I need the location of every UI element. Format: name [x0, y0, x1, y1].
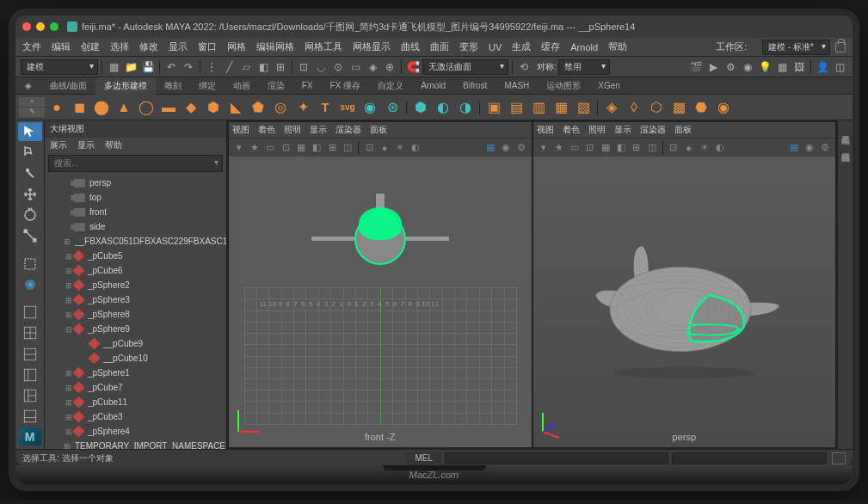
- vp2-image-plane-icon[interactable]: ▭: [568, 141, 582, 155]
- tree-item[interactable]: ⊞_pCube3: [45, 409, 226, 424]
- sculpt-icon[interactable]: ⬣: [691, 97, 711, 118]
- vp2-resolution-gate-icon[interactable]: ▦: [599, 141, 613, 155]
- mel-label[interactable]: MEL: [406, 452, 441, 464]
- shelf-tab-mash[interactable]: MASH: [496, 78, 538, 93]
- select-object-icon[interactable]: ◧: [255, 59, 271, 75]
- new-scene-icon[interactable]: ▦: [106, 59, 121, 75]
- vp1-wireframe-icon[interactable]: ⊡: [362, 141, 376, 155]
- vp2-lights-icon[interactable]: ☀: [698, 141, 711, 155]
- shelf-tab-sculpt[interactable]: 雕刻: [156, 77, 190, 95]
- vp2-xray-icon[interactable]: ▦: [787, 141, 801, 155]
- vp1-field-chart-icon[interactable]: ⊞: [325, 141, 339, 155]
- menu-edit[interactable]: 编辑: [52, 40, 71, 53]
- vp1-shadows-icon[interactable]: ◐: [409, 141, 422, 155]
- vp1-lights-icon[interactable]: ☀: [393, 141, 407, 155]
- render-setup-icon[interactable]: ▦: [774, 59, 790, 75]
- save-scene-icon[interactable]: 💾: [140, 59, 156, 75]
- workspace-dropdown[interactable]: 建模 - 标准*: [762, 40, 830, 55]
- last-tool[interactable]: [18, 254, 42, 273]
- poly-pipe-icon[interactable]: ◎: [270, 97, 291, 118]
- hypershade-layout-icon[interactable]: [18, 407, 42, 426]
- shelf-tab-xgen[interactable]: XGen: [589, 78, 629, 93]
- menu-mesh[interactable]: 网格: [227, 40, 246, 53]
- snap-live-icon[interactable]: ◈: [365, 59, 380, 75]
- poly-pyramid-icon[interactable]: ◣: [225, 97, 246, 118]
- vp2-canvas[interactable]: persp: [533, 157, 836, 447]
- poly-helix-icon[interactable]: ✦: [292, 97, 313, 118]
- retopo-icon[interactable]: ⬡: [646, 97, 667, 118]
- shelf-tab-poly[interactable]: 多边形建模: [95, 77, 156, 95]
- sweep-mesh-icon[interactable]: ◉: [360, 97, 380, 118]
- vp2-field-chart-icon[interactable]: ⊞: [630, 141, 643, 155]
- bevel-icon[interactable]: ▥: [528, 97, 549, 118]
- undo-icon[interactable]: ↶: [163, 59, 179, 75]
- poly-prism-icon[interactable]: ⬟: [248, 97, 268, 118]
- light-editor-icon[interactable]: 💡: [757, 59, 773, 75]
- menu-select[interactable]: 选择: [110, 40, 129, 53]
- tree-item[interactable]: ⊞_pSphere4: [45, 424, 226, 439]
- menu-deform[interactable]: 变形: [459, 40, 478, 53]
- outliner-layout-icon[interactable]: [18, 366, 42, 384]
- outliner-menu-help[interactable]: 帮助: [105, 139, 122, 151]
- shelf-add-icon[interactable]: +: [19, 97, 45, 107]
- menu-file[interactable]: 文件: [22, 40, 41, 53]
- shelf-tab-bifrost[interactable]: Bifrost: [454, 78, 496, 93]
- tree-item[interactable]: __pCube9: [45, 336, 226, 351]
- poly-type-icon[interactable]: T: [315, 97, 336, 118]
- paint-select-tool[interactable]: [18, 163, 42, 182]
- mirror-icon[interactable]: ◊: [624, 97, 644, 118]
- vp1-menu-panels[interactable]: 面板: [370, 124, 387, 136]
- select-vertex-icon[interactable]: ⋮: [204, 59, 219, 75]
- tree-item[interactable]: persp: [45, 175, 226, 190]
- snap-plane-icon[interactable]: ▭: [348, 59, 363, 75]
- select-tool[interactable]: [18, 122, 42, 141]
- outliner-search-input[interactable]: 搜索...: [48, 155, 223, 172]
- target-weld-icon[interactable]: ▧: [573, 97, 594, 118]
- vp2-bookmark-icon[interactable]: ★: [552, 141, 566, 155]
- menu-create[interactable]: 创建: [81, 40, 100, 53]
- vp1-xray-icon[interactable]: ▦: [483, 141, 497, 155]
- script-editor-icon[interactable]: [832, 452, 846, 464]
- vp1-gate-mask-icon[interactable]: ◧: [310, 141, 323, 155]
- vp1-safe-action-icon[interactable]: ◫: [341, 141, 354, 155]
- shelf-tab-animation[interactable]: 动画: [225, 77, 259, 95]
- menu-help[interactable]: 帮助: [608, 40, 627, 53]
- tree-item[interactable]: side: [45, 219, 226, 234]
- vp2-menu-view[interactable]: 视图: [537, 124, 554, 136]
- menu-generate[interactable]: 生成: [512, 40, 531, 53]
- vp1-smooth-shade-icon[interactable]: ●: [378, 141, 391, 155]
- tree-item[interactable]: ⊞_pSphere2: [45, 278, 226, 292]
- tree-item[interactable]: ⊞_pCube5: [45, 249, 226, 263]
- vp2-gate-mask-icon[interactable]: ◧: [614, 141, 628, 155]
- extrude-icon[interactable]: ▣: [483, 97, 504, 118]
- poly-plane-icon[interactable]: ▬: [158, 97, 179, 118]
- vp1-gear-icon[interactable]: ⚙: [514, 141, 528, 155]
- symmetry-dropdown[interactable]: 禁用: [558, 59, 610, 75]
- vp1-menu-shading[interactable]: 着色: [258, 124, 275, 136]
- combine-icon[interactable]: ⊛: [382, 97, 403, 118]
- menu-mesh-tools[interactable]: 网格工具: [305, 40, 342, 53]
- toolbox-icon[interactable]: ◫: [832, 59, 847, 75]
- boolean-diff-icon[interactable]: ◐: [433, 97, 453, 118]
- menu-cache[interactable]: 缓存: [541, 40, 560, 53]
- vp2-menu-shading[interactable]: 着色: [563, 124, 580, 136]
- vp2-wireframe-icon[interactable]: ⊡: [667, 141, 680, 155]
- select-face-icon[interactable]: ▱: [238, 59, 254, 75]
- poly-cylinder-icon[interactable]: ⬤: [91, 97, 112, 118]
- poly-sphere-icon[interactable]: ●: [46, 97, 67, 118]
- select-multi-icon[interactable]: ⊞: [273, 59, 288, 75]
- vp2-smooth-shade-icon[interactable]: ●: [682, 141, 696, 155]
- shelf-tab-curves[interactable]: 曲线/曲面: [41, 77, 95, 95]
- persp-outliner-icon[interactable]: [18, 386, 42, 405]
- vp2-camera-select-icon[interactable]: ▾: [537, 141, 551, 155]
- tree-item[interactable]: ⊞_pSphere1: [45, 366, 226, 380]
- tree-item[interactable]: __pCube10: [45, 351, 226, 366]
- lock-icon[interactable]: [835, 42, 846, 52]
- single-pane-icon[interactable]: [18, 303, 42, 322]
- tree-item[interactable]: front: [45, 205, 226, 219]
- render-icon[interactable]: 🎬: [688, 59, 704, 75]
- vp2-film-gate-icon[interactable]: ⊡: [583, 141, 597, 155]
- snap-center-icon[interactable]: ⊕: [382, 59, 397, 75]
- four-pane-icon[interactable]: [18, 323, 42, 342]
- snap-grid-icon[interactable]: ⊡: [296, 59, 311, 75]
